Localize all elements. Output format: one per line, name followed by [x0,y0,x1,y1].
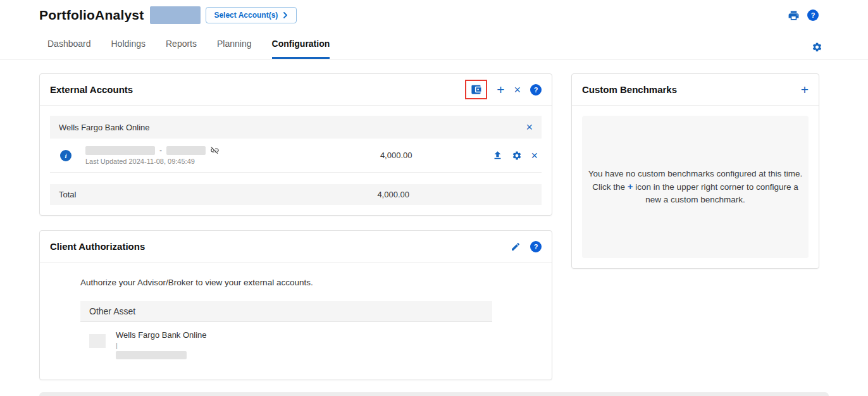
other-asset-header: Other Asset [80,301,492,322]
tab-dashboard[interactable]: Dashboard [47,39,91,59]
account-row: i - Last Updated 2024-11-08, 09:45:49 [50,139,542,173]
account-number-line: - [85,145,220,155]
external-accounts-header: External Accounts + × ? [40,74,552,106]
account-value: 4,000.00 [380,151,412,160]
content: External Accounts + × ? Well [0,59,868,380]
custom-benchmarks-card: Custom Benchmarks + You have no custom b… [571,73,819,269]
print-icon[interactable] [788,9,800,22]
asset-institution-name: Wells Fargo Bank Online [116,330,207,340]
tab-reports[interactable]: Reports [166,39,197,59]
client-authorizations-body: Authorize your Advisor/Broker to view yo… [40,263,552,380]
add-benchmark-icon[interactable]: + [801,83,809,96]
right-column: Custom Benchmarks + You have no custom b… [571,73,819,269]
tab-planning[interactable]: Planning [217,39,252,59]
edit-pencil-icon[interactable] [511,242,521,252]
total-row: Total 4,000.00 [50,184,542,205]
help-icon[interactable]: ? [807,9,819,21]
redacted-account-number [85,146,155,155]
external-accounts-actions: + × ? [465,80,542,99]
client-authorizations-actions: ? [511,241,542,252]
chevron-right-icon [282,12,288,18]
main-tabs: Dashboard Holdings Reports Planning Conf… [0,30,868,59]
account-settings-gear-icon[interactable] [512,151,522,161]
client-authorizations-title: Client Authorizations [50,241,145,252]
last-updated-text: Last Updated 2024-11-08, 09:45:49 [85,158,220,165]
add-account-icon[interactable]: + [497,83,504,96]
bottom-section-strip [39,392,829,396]
top-right-actions: ? [788,9,819,22]
institution-name: Wells Fargo Bank Online [59,123,150,132]
empty-click-post: icon in the upper right corner to config… [635,182,798,204]
top-bar: PortfolioAnalyst Select Account(s) ? [0,0,868,30]
remove-institution-icon[interactable]: × [526,121,533,133]
other-asset-row: Wells Fargo Bank Online | [80,322,492,368]
account-actions: × [492,150,542,161]
help-icon[interactable]: ? [530,84,542,96]
other-asset-table: Other Asset Wells Fargo Bank Online | [80,301,492,368]
tab-holdings[interactable]: Holdings [111,39,146,59]
benchmarks-empty-state: You have no custom benchmarks configured… [582,116,809,258]
authorization-description: Authorize your Advisor/Broker to view yo… [80,278,542,287]
external-accounts-title: External Accounts [50,84,133,95]
left-column: External Accounts + × ? Well [39,73,552,380]
select-accounts-button[interactable]: Select Account(s) [206,7,297,23]
benchmarks-empty-text: You have no custom benchmarks configured… [586,168,805,206]
highlight-box [465,80,487,99]
institution-row: Wells Fargo Bank Online × [50,116,542,139]
total-label: Total [59,190,76,199]
empty-line-1: You have no custom benchmarks configured… [588,169,803,178]
account-separator: - [159,146,162,155]
link-off-icon [210,145,220,155]
select-accounts-label: Select Account(s) [214,11,278,20]
redacted-account-name [150,6,201,24]
info-icon[interactable]: i [60,150,71,161]
redacted-asset-thumb [89,334,106,348]
close-icon[interactable]: × [514,84,521,96]
upload-icon[interactable] [492,150,503,161]
asset-separator: | [116,342,207,349]
account-details: - Last Updated 2024-11-08, 09:45:49 [85,145,220,165]
inline-plus-icon: + [628,181,633,192]
external-accounts-card: External Accounts + × ? Well [39,73,552,216]
link-account-wallet-icon[interactable] [470,84,482,96]
custom-benchmarks-header: Custom Benchmarks + [572,74,819,106]
app-title: PortfolioAnalyst [39,8,144,23]
redacted-asset-id [116,351,187,359]
external-accounts-body: Wells Fargo Bank Online × i - [40,106,552,215]
total-value: 4,000.00 [377,190,409,199]
empty-click-pre: Click the [592,182,625,192]
client-authorizations-card: Client Authorizations ? Authorize your A… [39,230,552,380]
page: PortfolioAnalyst Select Account(s) ? Das… [0,0,868,396]
settings-gear-icon[interactable] [812,42,822,59]
remove-account-icon[interactable]: × [531,150,538,161]
client-authorizations-header: Client Authorizations ? [40,231,552,263]
custom-benchmarks-title: Custom Benchmarks [582,84,677,95]
custom-benchmarks-body: You have no custom benchmarks configured… [572,106,819,268]
redacted-account-id [166,146,206,155]
other-asset-details: Wells Fargo Bank Online | [116,330,207,359]
help-icon[interactable]: ? [530,241,542,252]
tab-configuration[interactable]: Configuration [272,39,330,59]
